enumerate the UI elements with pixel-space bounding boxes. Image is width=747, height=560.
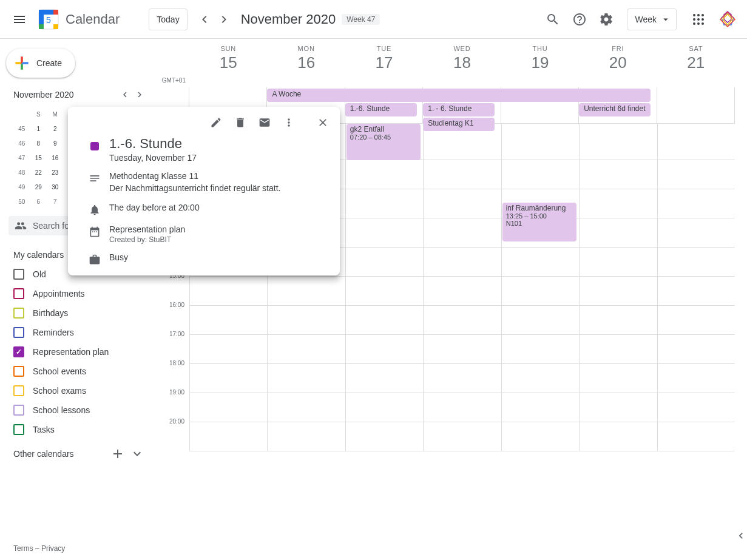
day-header[interactable]: THU 19 <box>501 39 579 87</box>
side-panel-toggle[interactable] <box>735 524 747 548</box>
calendar-checkbox[interactable] <box>13 269 24 280</box>
hour-cell[interactable] <box>346 306 423 335</box>
hour-cell[interactable] <box>424 306 501 335</box>
calendar-list-item[interactable]: Tasks <box>0 420 155 439</box>
hour-cell[interactable] <box>658 248 735 277</box>
mini-cal-day[interactable]: 1 <box>30 121 47 136</box>
hour-cell[interactable] <box>580 160 657 189</box>
hour-cell[interactable] <box>658 189 735 218</box>
timed-event[interactable]: gk2 Entfall 07:20 – 08:45 <box>346 124 421 160</box>
calendar-checkbox[interactable] <box>13 288 24 299</box>
day-header[interactable]: WED 18 <box>423 39 501 87</box>
edit-event-button[interactable] <box>205 112 227 133</box>
mini-cal-day[interactable]: 22 <box>30 165 47 180</box>
hour-cell[interactable] <box>502 277 579 306</box>
hour-cell[interactable] <box>346 364 423 393</box>
hour-cell[interactable] <box>190 364 267 393</box>
hour-cell[interactable] <box>580 189 657 218</box>
hour-cell[interactable] <box>658 277 735 306</box>
calendar-list-item[interactable]: School exams <box>0 381 155 400</box>
hour-cell[interactable] <box>190 277 267 306</box>
hour-cell[interactable] <box>658 160 735 189</box>
calendar-list-item[interactable]: Representation plan <box>0 342 155 362</box>
hour-cell[interactable] <box>346 248 423 277</box>
delete-event-button[interactable] <box>229 112 251 133</box>
hour-cell[interactable] <box>190 393 267 422</box>
today-button[interactable]: Today <box>149 8 187 30</box>
mini-cal-day[interactable]: 15 <box>30 150 47 165</box>
mini-cal-day[interactable]: 23 <box>47 165 64 180</box>
calendar-checkbox[interactable] <box>13 327 24 338</box>
hour-cell[interactable] <box>658 364 735 393</box>
next-week-button[interactable] <box>214 10 234 29</box>
hour-cell[interactable] <box>580 218 657 248</box>
day-header[interactable]: FRI 20 <box>579 39 657 87</box>
hour-cell[interactable] <box>346 393 423 422</box>
logo[interactable]: 5 Calendar <box>36 7 120 32</box>
hour-cell[interactable] <box>580 393 657 422</box>
calendar-checkbox[interactable] <box>13 385 24 396</box>
hour-cell[interactable] <box>346 218 423 248</box>
hour-cell[interactable] <box>502 393 579 422</box>
hour-cell[interactable] <box>424 218 501 248</box>
mini-cal-day[interactable]: 7 <box>47 194 64 209</box>
hour-cell[interactable] <box>502 306 579 335</box>
mini-cal-day[interactable]: 16 <box>47 150 64 165</box>
options-button[interactable] <box>278 112 300 133</box>
calendar-checkbox[interactable] <box>13 366 24 377</box>
hour-cell[interactable] <box>424 335 501 364</box>
hour-cell[interactable] <box>190 306 267 335</box>
hour-cell[interactable] <box>268 277 345 306</box>
hour-cell[interactable] <box>424 124 501 160</box>
allday-cell[interactable] <box>657 87 735 123</box>
mini-cal-day[interactable]: 9 <box>47 136 64 150</box>
calendar-checkbox[interactable] <box>13 405 24 416</box>
calendar-checkbox[interactable] <box>13 424 24 435</box>
hour-cell[interactable] <box>502 422 579 451</box>
account-avatar[interactable] <box>718 10 737 29</box>
hour-cell[interactable] <box>658 335 735 364</box>
mini-cal-day[interactable]: 8 <box>30 136 47 150</box>
hour-cell[interactable] <box>580 306 657 335</box>
calendar-checkbox[interactable] <box>13 308 24 319</box>
prev-week-button[interactable] <box>195 10 214 29</box>
hour-cell[interactable] <box>424 160 501 189</box>
day-header[interactable]: SUN 15 <box>189 39 267 87</box>
hour-cell[interactable] <box>424 364 501 393</box>
hour-cell[interactable] <box>502 160 579 189</box>
add-calendar-button[interactable] <box>108 444 127 464</box>
hour-cell[interactable] <box>658 422 735 451</box>
calendar-list-item[interactable]: Reminders <box>0 323 155 342</box>
privacy-link[interactable]: Privacy <box>41 544 65 553</box>
hour-cell[interactable] <box>346 335 423 364</box>
hour-cell[interactable] <box>580 364 657 393</box>
close-popup-button[interactable] <box>312 112 334 133</box>
mini-cal-day[interactable]: 30 <box>47 180 64 194</box>
allday-event[interactable]: 1.-6. Stunde <box>345 103 417 116</box>
terms-link[interactable]: Terms <box>13 544 33 553</box>
day-header[interactable]: TUE 17 <box>345 39 423 87</box>
create-button[interactable]: Create <box>6 49 75 78</box>
hour-cell[interactable] <box>502 124 579 160</box>
hour-cell[interactable] <box>502 364 579 393</box>
settings-button[interactable] <box>594 7 618 32</box>
hour-cell[interactable] <box>580 277 657 306</box>
hour-cell[interactable] <box>424 277 501 306</box>
calendar-list-item[interactable]: Birthdays <box>0 303 155 323</box>
hour-cell[interactable] <box>268 335 345 364</box>
calendar-list-item[interactable]: School events <box>0 362 155 381</box>
hour-cell[interactable] <box>268 364 345 393</box>
mini-cal-day[interactable]: 6 <box>30 194 47 209</box>
mini-cal-prev-button[interactable] <box>118 87 132 102</box>
mini-cal-next-button[interactable] <box>132 87 147 102</box>
other-calendars-header[interactable]: Other calendars <box>13 449 108 459</box>
hour-cell[interactable] <box>268 422 345 451</box>
hour-cell[interactable] <box>658 393 735 422</box>
hour-cell[interactable] <box>268 306 345 335</box>
hour-cell[interactable] <box>424 248 501 277</box>
hour-cell[interactable] <box>424 422 501 451</box>
hour-cell[interactable] <box>268 393 345 422</box>
main-menu-button[interactable] <box>5 5 34 34</box>
hour-cell[interactable] <box>424 393 501 422</box>
mini-cal-day[interactable]: 29 <box>30 180 47 194</box>
